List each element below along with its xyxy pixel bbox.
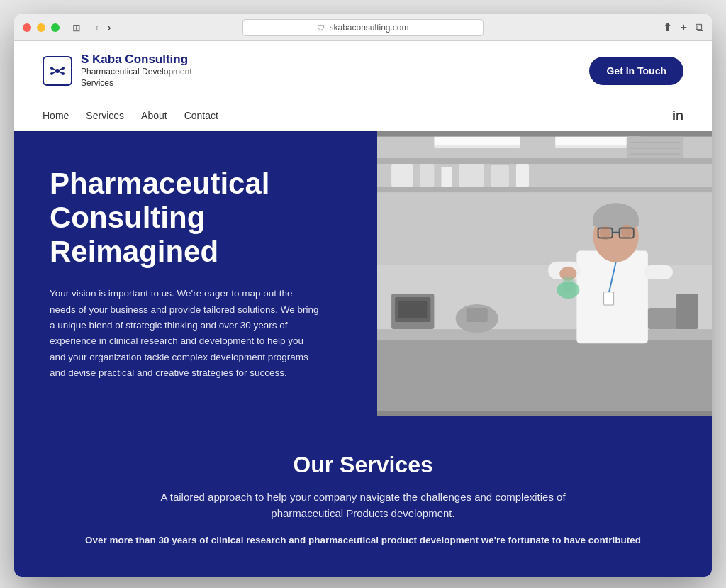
services-subtitle: A tailored approach to help your company… bbox=[157, 489, 569, 521]
windows-icon[interactable]: ⧉ bbox=[696, 21, 703, 34]
hero-title: Pharmaceutical Consulting Reimagined bbox=[50, 167, 349, 270]
services-description: Over more than 30 years of clinical rese… bbox=[79, 533, 647, 548]
logo-text: S Kaba Consulting Pharmaceutical Develop… bbox=[81, 52, 192, 89]
services-title: Our Services bbox=[43, 452, 683, 478]
nav-home[interactable]: Home bbox=[43, 110, 69, 121]
svg-rect-27 bbox=[398, 301, 427, 318]
logo-icon bbox=[43, 56, 72, 86]
company-name: S Kaba Consulting bbox=[81, 52, 192, 67]
svg-rect-20 bbox=[434, 145, 520, 148]
svg-rect-18 bbox=[516, 164, 529, 187]
svg-rect-48 bbox=[626, 136, 683, 157]
address-bar[interactable]: 🛡 skabaconsulting.com bbox=[242, 19, 484, 36]
hero-image bbox=[377, 131, 712, 416]
hero-section: Pharmaceutical Consulting Reimagined You… bbox=[14, 131, 712, 416]
svg-rect-45 bbox=[563, 276, 573, 290]
minimize-button[interactable] bbox=[37, 23, 45, 32]
tagline-line2: Services bbox=[81, 78, 192, 89]
website-content: S Kaba Consulting Pharmaceutical Develop… bbox=[14, 41, 712, 577]
toolbar-right: ⬆ + ⧉ bbox=[663, 21, 703, 34]
svg-rect-47 bbox=[676, 293, 698, 328]
close-button[interactable] bbox=[23, 23, 31, 32]
back-button[interactable]: ‹ bbox=[92, 20, 101, 35]
cta-button[interactable]: Get In Touch bbox=[589, 57, 683, 85]
svg-rect-32 bbox=[644, 265, 673, 279]
linkedin-icon[interactable]: in bbox=[672, 109, 683, 123]
hero-description: Your vision is important to us. We're ea… bbox=[50, 286, 319, 381]
svg-rect-11 bbox=[377, 158, 712, 164]
svg-rect-29 bbox=[466, 308, 487, 322]
svg-rect-15 bbox=[441, 167, 452, 187]
lock-icon: 🛡 bbox=[317, 23, 325, 32]
svg-rect-35 bbox=[593, 218, 638, 226]
services-section: Our Services A tailored approach to help… bbox=[14, 416, 712, 577]
toolbar-icons: ⊞ bbox=[72, 22, 81, 33]
maximize-button[interactable] bbox=[51, 23, 60, 32]
svg-rect-23 bbox=[377, 329, 712, 340]
svg-rect-17 bbox=[491, 165, 508, 187]
svg-rect-13 bbox=[391, 164, 413, 187]
logo-area: S Kaba Consulting Pharmaceutical Develop… bbox=[43, 52, 192, 89]
site-nav: Home Services About Contact in bbox=[14, 101, 712, 131]
nav-buttons: ‹ › bbox=[92, 20, 114, 35]
sidebar-icon[interactable]: ⊞ bbox=[72, 22, 81, 33]
svg-rect-19 bbox=[434, 136, 520, 145]
forward-button[interactable]: › bbox=[104, 20, 113, 35]
share-icon[interactable]: ⬆ bbox=[663, 21, 672, 34]
svg-rect-24 bbox=[377, 340, 712, 411]
svg-point-37 bbox=[620, 224, 632, 238]
nav-contact[interactable]: Contact bbox=[184, 110, 218, 121]
svg-rect-42 bbox=[603, 292, 613, 304]
tagline-line1: Pharmaceutical Development bbox=[81, 67, 192, 78]
nav-links: Home Services About Contact bbox=[43, 109, 218, 122]
url-text: skabaconsulting.com bbox=[329, 23, 408, 33]
new-tab-icon[interactable]: + bbox=[681, 21, 687, 34]
titlebar: ⊞ ‹ › 🛡 skabaconsulting.com ⬆ + ⧉ bbox=[14, 14, 712, 41]
browser-window: ⊞ ‹ › 🛡 skabaconsulting.com ⬆ + ⧉ bbox=[14, 14, 712, 577]
svg-rect-14 bbox=[420, 164, 434, 187]
site-header: S Kaba Consulting Pharmaceutical Develop… bbox=[14, 41, 712, 101]
svg-rect-12 bbox=[377, 187, 712, 192]
nav-services[interactable]: Services bbox=[86, 110, 124, 121]
hero-text: Pharmaceutical Consulting Reimagined You… bbox=[14, 131, 377, 416]
svg-rect-16 bbox=[459, 164, 484, 187]
nav-about[interactable]: About bbox=[141, 110, 167, 121]
